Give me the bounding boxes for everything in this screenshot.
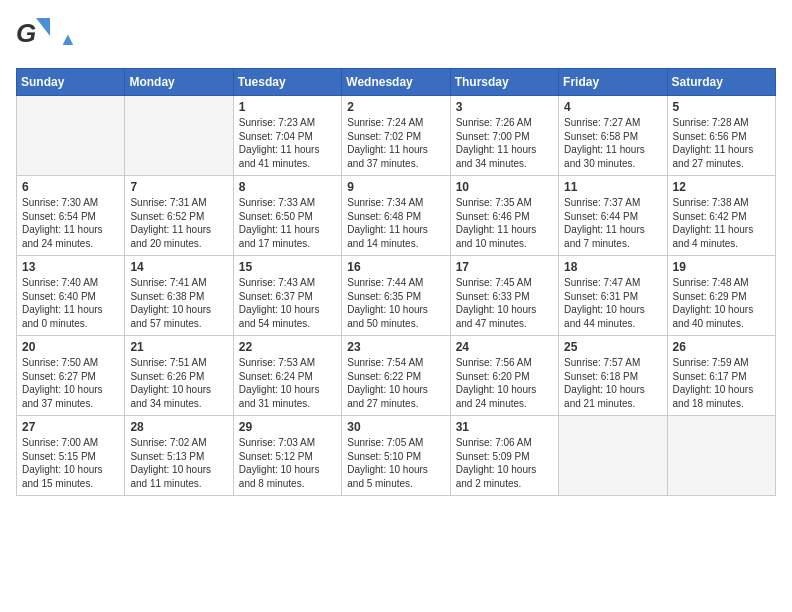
col-sunday: Sunday — [17, 69, 125, 96]
calendar-cell: 9Sunrise: 7:34 AMSunset: 6:48 PMDaylight… — [342, 176, 450, 256]
calendar-cell: 19Sunrise: 7:48 AMSunset: 6:29 PMDayligh… — [667, 256, 775, 336]
day-number: 30 — [347, 420, 444, 434]
day-info: Sunrise: 7:48 AMSunset: 6:29 PMDaylight:… — [673, 276, 770, 330]
calendar-cell: 18Sunrise: 7:47 AMSunset: 6:31 PMDayligh… — [559, 256, 667, 336]
calendar-cell: 16Sunrise: 7:44 AMSunset: 6:35 PMDayligh… — [342, 256, 450, 336]
col-monday: Monday — [125, 69, 233, 96]
calendar-cell: 13Sunrise: 7:40 AMSunset: 6:40 PMDayligh… — [17, 256, 125, 336]
calendar-week-row: 20Sunrise: 7:50 AMSunset: 6:27 PMDayligh… — [17, 336, 776, 416]
calendar-cell: 27Sunrise: 7:00 AMSunset: 5:15 PMDayligh… — [17, 416, 125, 496]
day-number: 14 — [130, 260, 227, 274]
col-tuesday: Tuesday — [233, 69, 341, 96]
calendar-cell — [559, 416, 667, 496]
day-info: Sunrise: 7:54 AMSunset: 6:22 PMDaylight:… — [347, 356, 444, 410]
calendar-cell: 8Sunrise: 7:33 AMSunset: 6:50 PMDaylight… — [233, 176, 341, 256]
day-number: 24 — [456, 340, 553, 354]
calendar-cell: 5Sunrise: 7:28 AMSunset: 6:56 PMDaylight… — [667, 96, 775, 176]
calendar-cell: 10Sunrise: 7:35 AMSunset: 6:46 PMDayligh… — [450, 176, 558, 256]
day-number: 28 — [130, 420, 227, 434]
col-saturday: Saturday — [667, 69, 775, 96]
calendar-cell: 29Sunrise: 7:03 AMSunset: 5:12 PMDayligh… — [233, 416, 341, 496]
day-info: Sunrise: 7:45 AMSunset: 6:33 PMDaylight:… — [456, 276, 553, 330]
day-info: Sunrise: 7:05 AMSunset: 5:10 PMDaylight:… — [347, 436, 444, 490]
day-info: Sunrise: 7:26 AMSunset: 7:00 PMDaylight:… — [456, 116, 553, 170]
day-number: 29 — [239, 420, 336, 434]
day-number: 25 — [564, 340, 661, 354]
day-info: Sunrise: 7:37 AMSunset: 6:44 PMDaylight:… — [564, 196, 661, 250]
calendar-cell: 25Sunrise: 7:57 AMSunset: 6:18 PMDayligh… — [559, 336, 667, 416]
day-info: Sunrise: 7:35 AMSunset: 6:46 PMDaylight:… — [456, 196, 553, 250]
day-info: Sunrise: 7:06 AMSunset: 5:09 PMDaylight:… — [456, 436, 553, 490]
day-number: 26 — [673, 340, 770, 354]
day-number: 3 — [456, 100, 553, 114]
day-info: Sunrise: 7:31 AMSunset: 6:52 PMDaylight:… — [130, 196, 227, 250]
logo: G ▲ — [16, 16, 77, 58]
day-number: 19 — [673, 260, 770, 274]
calendar-week-row: 6Sunrise: 7:30 AMSunset: 6:54 PMDaylight… — [17, 176, 776, 256]
day-number: 9 — [347, 180, 444, 194]
day-info: Sunrise: 7:40 AMSunset: 6:40 PMDaylight:… — [22, 276, 119, 330]
calendar-cell: 15Sunrise: 7:43 AMSunset: 6:37 PMDayligh… — [233, 256, 341, 336]
day-number: 1 — [239, 100, 336, 114]
day-info: Sunrise: 7:27 AMSunset: 6:58 PMDaylight:… — [564, 116, 661, 170]
day-info: Sunrise: 7:23 AMSunset: 7:04 PMDaylight:… — [239, 116, 336, 170]
day-info: Sunrise: 7:47 AMSunset: 6:31 PMDaylight:… — [564, 276, 661, 330]
calendar-cell: 24Sunrise: 7:56 AMSunset: 6:20 PMDayligh… — [450, 336, 558, 416]
calendar-cell: 14Sunrise: 7:41 AMSunset: 6:38 PMDayligh… — [125, 256, 233, 336]
day-number: 27 — [22, 420, 119, 434]
calendar-cell: 22Sunrise: 7:53 AMSunset: 6:24 PMDayligh… — [233, 336, 341, 416]
day-info: Sunrise: 7:24 AMSunset: 7:02 PMDaylight:… — [347, 116, 444, 170]
day-number: 21 — [130, 340, 227, 354]
logo-blue: ▲ — [59, 29, 77, 50]
day-info: Sunrise: 7:30 AMSunset: 6:54 PMDaylight:… — [22, 196, 119, 250]
day-number: 20 — [22, 340, 119, 354]
calendar-cell: 21Sunrise: 7:51 AMSunset: 6:26 PMDayligh… — [125, 336, 233, 416]
day-number: 5 — [673, 100, 770, 114]
day-number: 15 — [239, 260, 336, 274]
calendar-cell: 30Sunrise: 7:05 AMSunset: 5:10 PMDayligh… — [342, 416, 450, 496]
day-number: 4 — [564, 100, 661, 114]
calendar-cell: 1Sunrise: 7:23 AMSunset: 7:04 PMDaylight… — [233, 96, 341, 176]
svg-marker-1 — [36, 18, 50, 36]
day-number: 13 — [22, 260, 119, 274]
calendar-cell — [17, 96, 125, 176]
day-number: 10 — [456, 180, 553, 194]
day-info: Sunrise: 7:00 AMSunset: 5:15 PMDaylight:… — [22, 436, 119, 490]
day-info: Sunrise: 7:56 AMSunset: 6:20 PMDaylight:… — [456, 356, 553, 410]
day-info: Sunrise: 7:43 AMSunset: 6:37 PMDaylight:… — [239, 276, 336, 330]
calendar-week-row: 27Sunrise: 7:00 AMSunset: 5:15 PMDayligh… — [17, 416, 776, 496]
calendar-cell: 31Sunrise: 7:06 AMSunset: 5:09 PMDayligh… — [450, 416, 558, 496]
calendar-header-row: Sunday Monday Tuesday Wednesday Thursday… — [17, 69, 776, 96]
day-info: Sunrise: 7:57 AMSunset: 6:18 PMDaylight:… — [564, 356, 661, 410]
calendar-cell: 3Sunrise: 7:26 AMSunset: 7:00 PMDaylight… — [450, 96, 558, 176]
day-number: 12 — [673, 180, 770, 194]
day-number: 23 — [347, 340, 444, 354]
calendar-cell: 6Sunrise: 7:30 AMSunset: 6:54 PMDaylight… — [17, 176, 125, 256]
logo-icon-wrapper: G — [16, 16, 54, 58]
logo-text: ▲ — [58, 29, 77, 46]
day-info: Sunrise: 7:59 AMSunset: 6:17 PMDaylight:… — [673, 356, 770, 410]
calendar-cell: 17Sunrise: 7:45 AMSunset: 6:33 PMDayligh… — [450, 256, 558, 336]
col-wednesday: Wednesday — [342, 69, 450, 96]
calendar-table: Sunday Monday Tuesday Wednesday Thursday… — [16, 68, 776, 496]
header: G ▲ — [16, 16, 776, 58]
day-number: 8 — [239, 180, 336, 194]
calendar-cell: 20Sunrise: 7:50 AMSunset: 6:27 PMDayligh… — [17, 336, 125, 416]
calendar-cell: 4Sunrise: 7:27 AMSunset: 6:58 PMDaylight… — [559, 96, 667, 176]
day-number: 6 — [22, 180, 119, 194]
calendar-week-row: 13Sunrise: 7:40 AMSunset: 6:40 PMDayligh… — [17, 256, 776, 336]
calendar-cell: 11Sunrise: 7:37 AMSunset: 6:44 PMDayligh… — [559, 176, 667, 256]
calendar-cell — [667, 416, 775, 496]
day-info: Sunrise: 7:02 AMSunset: 5:13 PMDaylight:… — [130, 436, 227, 490]
day-info: Sunrise: 7:50 AMSunset: 6:27 PMDaylight:… — [22, 356, 119, 410]
day-number: 31 — [456, 420, 553, 434]
day-info: Sunrise: 7:34 AMSunset: 6:48 PMDaylight:… — [347, 196, 444, 250]
day-info: Sunrise: 7:28 AMSunset: 6:56 PMDaylight:… — [673, 116, 770, 170]
col-friday: Friday — [559, 69, 667, 96]
day-info: Sunrise: 7:33 AMSunset: 6:50 PMDaylight:… — [239, 196, 336, 250]
day-info: Sunrise: 7:41 AMSunset: 6:38 PMDaylight:… — [130, 276, 227, 330]
calendar-week-row: 1Sunrise: 7:23 AMSunset: 7:04 PMDaylight… — [17, 96, 776, 176]
calendar-cell — [125, 96, 233, 176]
calendar-cell: 28Sunrise: 7:02 AMSunset: 5:13 PMDayligh… — [125, 416, 233, 496]
day-number: 18 — [564, 260, 661, 274]
